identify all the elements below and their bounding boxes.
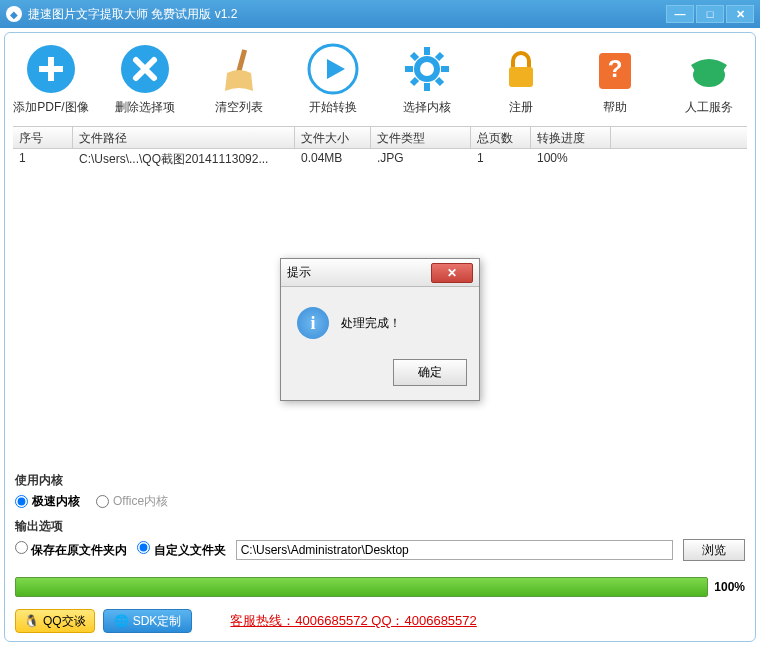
message-dialog: 提示 ✕ i 处理完成！ 确定 [280, 258, 480, 401]
col-seq[interactable]: 序号 [13, 127, 73, 148]
help-icon: ? [589, 43, 641, 95]
table-row[interactable]: 1 C:\Users\...\QQ截图20141113092... 0.04MB… [13, 149, 747, 169]
col-path[interactable]: 文件路径 [73, 127, 295, 148]
radio-office-kernel[interactable]: Office内核 [96, 493, 168, 510]
svg-line-11 [412, 54, 417, 59]
sdk-button[interactable]: 🌐 SDK定制 [103, 609, 193, 633]
play-icon [307, 43, 359, 95]
col-pages[interactable]: 总页数 [471, 127, 531, 148]
info-icon: i [297, 307, 329, 339]
radio-fast-kernel[interactable]: 极速内核 [15, 493, 80, 510]
output-path-input[interactable] [236, 540, 673, 560]
broom-icon [213, 43, 265, 95]
dialog-title: 提示 [287, 264, 431, 281]
svg-line-14 [412, 79, 417, 84]
service-button[interactable]: 人工服务 [671, 43, 747, 116]
svg-point-6 [417, 59, 437, 79]
dialog-close-button[interactable]: ✕ [431, 263, 473, 283]
plus-icon [25, 43, 77, 95]
x-icon [119, 43, 171, 95]
svg-rect-4 [236, 49, 247, 73]
svg-rect-2 [39, 66, 63, 72]
hotline-link[interactable]: 客服热线：4006685572 QQ：4006685572 [230, 612, 476, 630]
svg-rect-15 [509, 67, 533, 87]
register-button[interactable]: 注册 [483, 43, 559, 116]
help-button[interactable]: ? 帮助 [577, 43, 653, 116]
svg-text:?: ? [608, 55, 623, 82]
add-button[interactable]: 添加PDF/图像 [13, 43, 89, 116]
progress-text: 100% [714, 580, 745, 594]
phone-icon [683, 43, 735, 95]
globe-icon: 🌐 [114, 614, 129, 628]
kernel-button[interactable]: 选择内核 [389, 43, 465, 116]
output-label: 输出选项 [15, 518, 745, 535]
qq-chat-button[interactable]: 🐧 QQ交谈 [15, 609, 95, 633]
titlebar: ◆ 捷速图片文字提取大师 免费试用版 v1.2 — □ ✕ [0, 0, 760, 28]
minimize-button[interactable]: — [666, 5, 694, 23]
gear-icon [401, 43, 453, 95]
lock-icon [495, 43, 547, 95]
col-progress[interactable]: 转换进度 [531, 127, 611, 148]
toolbar: 添加PDF/图像 删除选择项 清空列表 开始转换 选择内核 [5, 33, 755, 122]
progress-bar [15, 577, 708, 597]
window-title: 捷速图片文字提取大师 免费试用版 v1.2 [28, 6, 666, 23]
radio-same-folder[interactable]: 保存在原文件夹内 [15, 541, 127, 559]
svg-line-13 [437, 54, 442, 59]
browse-button[interactable]: 浏览 [683, 539, 745, 561]
radio-custom-folder[interactable]: 自定义文件夹 [137, 541, 225, 559]
delete-button[interactable]: 删除选择项 [107, 43, 183, 116]
maximize-button[interactable]: □ [696, 5, 724, 23]
kernel-label: 使用内核 [15, 472, 745, 489]
col-size[interactable]: 文件大小 [295, 127, 371, 148]
svg-line-12 [437, 79, 442, 84]
app-icon: ◆ [6, 6, 22, 22]
close-button[interactable]: ✕ [726, 5, 754, 23]
start-button[interactable]: 开始转换 [295, 43, 371, 116]
ok-button[interactable]: 确定 [393, 359, 467, 386]
col-type[interactable]: 文件类型 [371, 127, 471, 148]
clear-button[interactable]: 清空列表 [201, 43, 277, 116]
qq-icon: 🐧 [24, 614, 39, 628]
dialog-message: 处理完成！ [341, 315, 401, 332]
